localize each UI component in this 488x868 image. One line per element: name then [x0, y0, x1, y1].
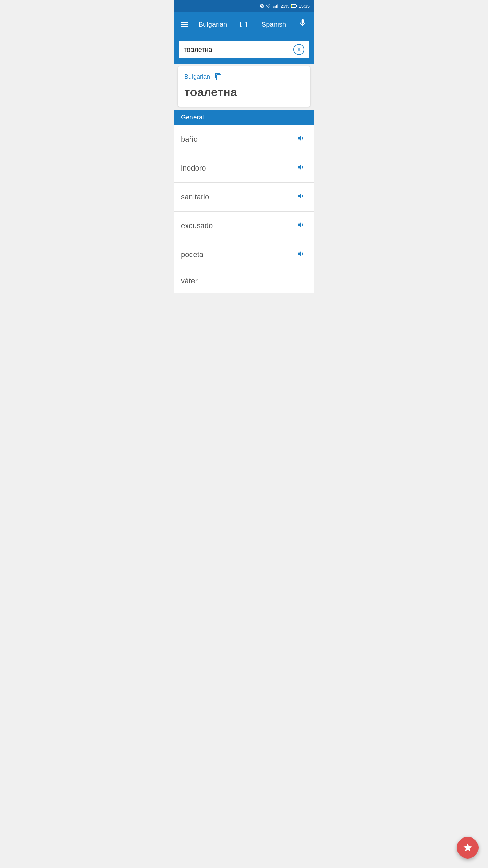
translation-item-excusado: excusado	[174, 212, 314, 240]
section-header-label: General	[181, 114, 204, 121]
mute-icon	[259, 3, 264, 9]
svg-rect-2	[276, 5, 277, 8]
svg-rect-1	[275, 6, 276, 8]
translation-word-poceta: poceta	[181, 250, 203, 259]
search-box	[178, 40, 310, 59]
clear-button[interactable]	[293, 44, 304, 55]
translation-item-poceta: poceta	[174, 240, 314, 269]
search-input[interactable]	[184, 46, 293, 54]
sound-button-placeholder-vater	[298, 277, 307, 285]
translation-word-sanitario: sanitario	[181, 193, 209, 201]
translation-word-vater: váter	[181, 277, 198, 285]
svg-rect-0	[274, 6, 274, 8]
source-language[interactable]: Bulgarian	[194, 21, 232, 28]
source-card: Bulgarian тоалетна	[178, 66, 310, 107]
sound-button-inodoro[interactable]	[296, 161, 307, 175]
source-lang-label: Bulgarian	[184, 73, 210, 80]
translation-item-vater: váter	[174, 269, 314, 293]
search-container	[174, 37, 314, 64]
sound-button-bano[interactable]	[296, 133, 307, 146]
translation-word-bano: baño	[181, 135, 198, 144]
microphone-button[interactable]	[297, 17, 308, 33]
source-lang-row: Bulgarian	[184, 73, 304, 81]
translation-word-inodoro: inodoro	[181, 164, 206, 173]
status-icons: 23% 15:35	[259, 3, 310, 9]
sound-button-poceta[interactable]	[296, 248, 307, 261]
sound-button-sanitario[interactable]	[296, 190, 307, 204]
svg-rect-5	[296, 5, 297, 7]
section-header: General	[174, 110, 314, 125]
source-word: тоалетна	[184, 85, 304, 99]
menu-button[interactable]	[180, 21, 190, 28]
battery-icon	[291, 4, 297, 8]
translation-item-bano: baño	[174, 125, 314, 154]
translation-word-excusado: excusado	[181, 221, 213, 230]
wifi-icon	[266, 3, 271, 9]
copy-button[interactable]	[214, 73, 222, 81]
nav-bar: Bulgarian Spanish	[174, 12, 314, 37]
time-text: 15:35	[299, 4, 310, 9]
battery-text: 23%	[280, 4, 289, 9]
svg-rect-6	[291, 5, 292, 7]
target-language[interactable]: Spanish	[255, 21, 293, 28]
sound-button-excusado[interactable]	[296, 219, 307, 233]
signal-icon	[273, 3, 279, 9]
translation-item-inodoro: inodoro	[174, 154, 314, 183]
translation-item-sanitario: sanitario	[174, 183, 314, 212]
swap-languages-button[interactable]	[236, 20, 251, 29]
status-bar: 23% 15:35	[174, 0, 314, 12]
svg-rect-3	[277, 4, 278, 8]
translation-list: baño inodoro sanitario excusado	[174, 125, 314, 293]
